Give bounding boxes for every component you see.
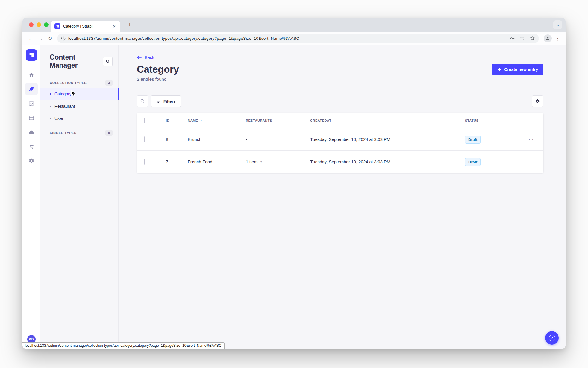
cell-createdat: Tuesday, September 10, 2024 at 3:03 PM	[310, 137, 465, 142]
mouse-cursor	[71, 90, 76, 97]
help-icon: ?	[549, 335, 555, 341]
tab-title: Category | Strapi	[63, 24, 112, 28]
link-preview-status-bar: localhost:1337/admin/content-manager/col…	[22, 342, 225, 349]
strapi-admin: KD Content Manager COLLECTION TYPES 3 Ca…	[22, 45, 566, 349]
filters-label: Filters	[163, 99, 176, 104]
page-title: Category	[137, 64, 179, 75]
strapi-favicon	[54, 23, 60, 29]
create-button-label: Create new entry	[504, 67, 538, 72]
password-key-icon[interactable]	[510, 36, 515, 41]
sidebar-item-restaurant[interactable]: Restaurant	[40, 100, 118, 112]
collection-types-count: 3	[105, 80, 113, 86]
browser-profile-avatar[interactable]	[544, 34, 552, 42]
row-actions-icon[interactable]: ⋯	[529, 159, 534, 165]
column-header-status[interactable]: STATUS	[465, 119, 519, 122]
content-manager-icon[interactable]	[25, 83, 38, 95]
reload-icon[interactable]: ↻	[45, 34, 55, 43]
content-type-builder-icon[interactable]	[25, 112, 38, 124]
column-header-name[interactable]: NAME ▲	[188, 119, 246, 122]
cloud-icon[interactable]	[25, 126, 38, 139]
status-badge: Draft	[465, 136, 481, 144]
row-checkbox[interactable]	[144, 159, 145, 165]
close-window-button[interactable]	[29, 22, 34, 27]
table-header-row: ID NAME ▲ RESTAURANTS CREATEDAT STATUS	[137, 113, 543, 128]
bullet-icon	[50, 118, 51, 119]
rail-divider	[28, 65, 35, 65]
bullet-icon	[50, 106, 51, 107]
caret-down-icon: ▼	[260, 161, 263, 163]
subnav-title: Content Manager	[50, 53, 103, 69]
single-types-label: SINGLE TYPES	[50, 131, 77, 135]
tab-strip: Category | Strapi × + ⌄	[22, 18, 566, 32]
row-checkbox[interactable]	[144, 136, 145, 142]
zoom-icon[interactable]	[520, 36, 525, 41]
cell-id: 7	[166, 159, 188, 164]
sort-asc-icon: ▲	[200, 119, 202, 122]
address-bar[interactable]: localhost:1337/admin/content-manager/col…	[57, 34, 539, 43]
column-header-restaurants[interactable]: RESTAURANTS	[246, 119, 310, 122]
new-tab-button[interactable]: +	[125, 21, 134, 29]
status-badge: Draft	[465, 158, 481, 166]
cell-createdat: Tuesday, September 10, 2024 at 3:03 PM	[310, 159, 465, 164]
home-icon[interactable]	[25, 69, 38, 81]
main-content: Back Category Create new entry 2 entries…	[119, 45, 566, 349]
cell-name: Brunch	[188, 137, 246, 142]
media-library-icon[interactable]	[25, 97, 38, 110]
browser-tab[interactable]: Category | Strapi ×	[51, 21, 120, 32]
sidebar-item-label: Restaurant	[54, 104, 75, 109]
browser-menu-icon[interactable]: ⋮	[554, 36, 562, 41]
main-nav-rail: KD	[22, 45, 40, 349]
marketplace-icon[interactable]	[25, 140, 38, 153]
collection-types-label: COLLECTION TYPES	[50, 81, 87, 85]
traffic-lights	[29, 22, 49, 27]
bullet-icon	[50, 93, 51, 95]
table-row[interactable]: 8 Brunch - Tuesday, September 10, 2024 a…	[137, 128, 543, 150]
sidebar-item-user[interactable]: User	[40, 112, 118, 124]
close-tab-icon[interactable]: ×	[112, 23, 117, 29]
sidebar-item-label: User	[54, 116, 63, 121]
help-button[interactable]: ?	[545, 331, 559, 345]
back-label: Back	[145, 55, 154, 60]
entries-count: 2 entries found	[137, 77, 543, 82]
row-actions-icon[interactable]: ⋯	[529, 137, 534, 142]
cell-id: 8	[166, 137, 188, 142]
back-nav-icon[interactable]: ←	[26, 34, 36, 43]
table-row[interactable]: 7 French Food 1 item ▼ Tuesday, Septembe…	[137, 150, 543, 173]
minimize-window-button[interactable]	[37, 22, 41, 27]
site-info-icon[interactable]	[61, 36, 66, 41]
view-settings-button[interactable]	[532, 95, 543, 107]
cell-name: French Food	[188, 159, 246, 164]
filters-button[interactable]: Filters	[151, 95, 181, 107]
browser-window: Category | Strapi × + ⌄ ← → ↻ localhost:…	[22, 18, 566, 349]
cell-restaurants[interactable]: 1 item ▼	[246, 159, 310, 164]
column-header-createdat[interactable]: CREATEDAT	[310, 119, 465, 122]
select-all-checkbox[interactable]	[144, 118, 145, 123]
zoom-window-button[interactable]	[44, 22, 49, 27]
sidebar-item-category[interactable]: Category	[40, 88, 118, 100]
search-entries-button[interactable]	[137, 95, 148, 107]
entries-table: ID NAME ▲ RESTAURANTS CREATEDAT STATUS 8…	[137, 113, 543, 173]
cell-restaurants: -	[246, 137, 310, 142]
forward-nav-icon[interactable]: →	[36, 34, 45, 43]
create-new-entry-button[interactable]: Create new entry	[492, 64, 543, 75]
sidebar-item-label: Category	[54, 92, 72, 96]
bookmark-star-icon[interactable]	[530, 36, 535, 41]
column-header-id[interactable]: ID	[166, 119, 188, 122]
subnav-divider	[50, 76, 57, 76]
browser-toolbar: ← → ↻ localhost:1337/admin/content-manag…	[22, 32, 566, 45]
url-text[interactable]: localhost:1337/admin/content-manager/col…	[68, 36, 507, 41]
subnav-search-button[interactable]	[103, 57, 113, 66]
single-types-count: 0	[105, 130, 113, 136]
strapi-logo[interactable]	[26, 49, 37, 61]
tab-search-chevron-icon[interactable]: ⌄	[553, 20, 562, 29]
back-link[interactable]: Back	[137, 55, 154, 60]
content-manager-subnav: Content Manager COLLECTION TYPES 3 Categ…	[40, 45, 119, 349]
settings-icon[interactable]	[25, 155, 38, 167]
